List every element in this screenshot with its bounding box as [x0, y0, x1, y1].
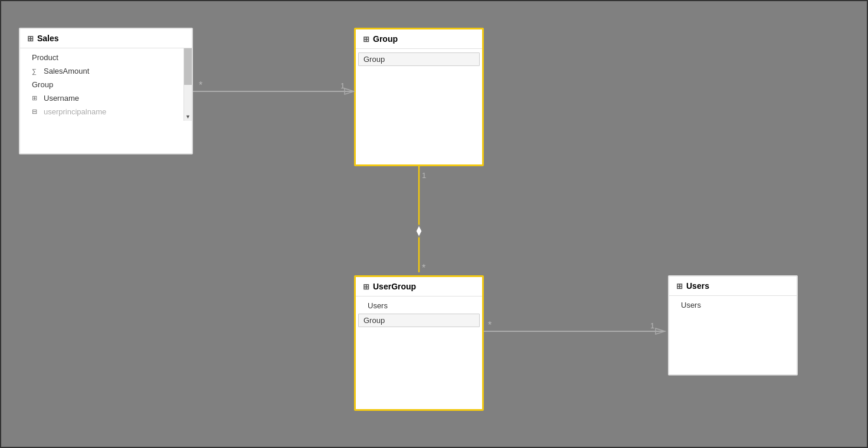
- field-ug-group-label: Group: [363, 316, 385, 325]
- svg-text:*: *: [488, 320, 492, 330]
- table-group-header: ⊞ Group: [356, 29, 482, 49]
- table-sales[interactable]: ⊞ Sales Product ∑ SalesAmount Group ⊞ Us…: [19, 28, 193, 154]
- table-field-icon: ⊞: [32, 94, 40, 102]
- field-group-selected[interactable]: Group: [358, 52, 480, 66]
- table-usergroup-icon: ⊞: [363, 282, 369, 291]
- table-users-header: ⊞ Users: [669, 276, 797, 296]
- sum-icon: ∑: [32, 68, 40, 75]
- scrollbar-thumb[interactable]: [184, 48, 192, 85]
- table-users-title: Users: [686, 281, 709, 291]
- field-product-label: Product: [32, 53, 58, 62]
- field-group[interactable]: Group: [20, 78, 192, 91]
- svg-marker-6: [416, 225, 422, 237]
- field-product[interactable]: Product: [20, 51, 192, 64]
- table-usergroup-body: Users Group: [356, 297, 482, 331]
- svg-text:*: *: [199, 80, 202, 90]
- svg-text:1: 1: [422, 171, 426, 180]
- table-group-icon: ⊞: [363, 35, 369, 44]
- table-users-icon: ⊞: [676, 282, 683, 291]
- field-group-selected-label: Group: [363, 55, 385, 64]
- field-users-users[interactable]: Users: [669, 298, 797, 312]
- table-usergroup-header: ⊞ UserGroup: [356, 277, 482, 297]
- table-users[interactable]: ⊞ Users Users: [668, 275, 798, 375]
- table-group[interactable]: ⊞ Group Group: [354, 28, 484, 166]
- field-userprincipalname[interactable]: ⊟ userprincipalname: [20, 105, 192, 118]
- scroll-down-arrow[interactable]: ▼: [184, 114, 192, 120]
- table-sales-header: ⊞ Sales: [20, 29, 192, 48]
- table-users-body: Users: [669, 296, 797, 314]
- table-sales-title: Sales: [37, 34, 59, 43]
- field-ug-users-label: Users: [368, 301, 388, 310]
- table-usergroup-title: UserGroup: [373, 282, 416, 291]
- table-group-title: Group: [373, 34, 398, 44]
- table-field-icon2: ⊟: [32, 108, 40, 116]
- svg-marker-1: [345, 88, 354, 94]
- field-sales-amount-label: SalesAmount: [44, 67, 89, 75]
- field-username-label: Username: [44, 94, 79, 103]
- svg-text:1: 1: [340, 81, 345, 90]
- scrollbar[interactable]: ▲ ▼: [184, 48, 192, 121]
- field-ug-group[interactable]: Group: [358, 314, 480, 327]
- field-group-label: Group: [32, 80, 53, 89]
- field-ug-users[interactable]: Users: [356, 299, 482, 312]
- svg-text:1: 1: [650, 321, 654, 330]
- table-sales-icon: ⊞: [27, 34, 34, 43]
- field-username[interactable]: ⊞ Username: [20, 91, 192, 105]
- svg-text:*: *: [422, 263, 425, 273]
- table-usergroup[interactable]: ⊞ UserGroup Users Group: [354, 275, 484, 411]
- field-users-label: Users: [681, 301, 701, 309]
- field-sales-amount[interactable]: ∑ SalesAmount: [20, 64, 192, 78]
- svg-marker-10: [656, 328, 665, 334]
- diagram-canvas: ⊞ Sales Product ∑ SalesAmount Group ⊞ Us…: [0, 0, 868, 448]
- table-sales-body: Product ∑ SalesAmount Group ⊞ Username ⊟…: [20, 48, 192, 121]
- table-group-body: Group: [356, 49, 482, 70]
- field-upn-label: userprincipalname: [44, 107, 106, 116]
